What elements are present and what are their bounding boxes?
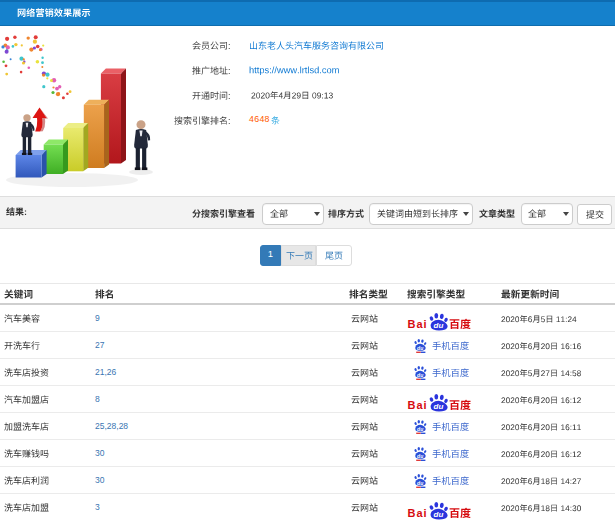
svg-text:du: du (417, 345, 423, 351)
svg-text:du: du (434, 402, 444, 411)
svg-text:du: du (417, 480, 423, 486)
svg-text:du: du (417, 426, 423, 432)
svg-text:du: du (434, 321, 444, 330)
svg-text:Bai: Bai (408, 399, 428, 411)
svg-text:Bai: Bai (408, 318, 428, 330)
svg-text:du: du (417, 372, 423, 378)
svg-text:du: du (434, 510, 444, 519)
svg-text:Bai: Bai (408, 507, 428, 519)
svg-text:du: du (417, 453, 423, 459)
